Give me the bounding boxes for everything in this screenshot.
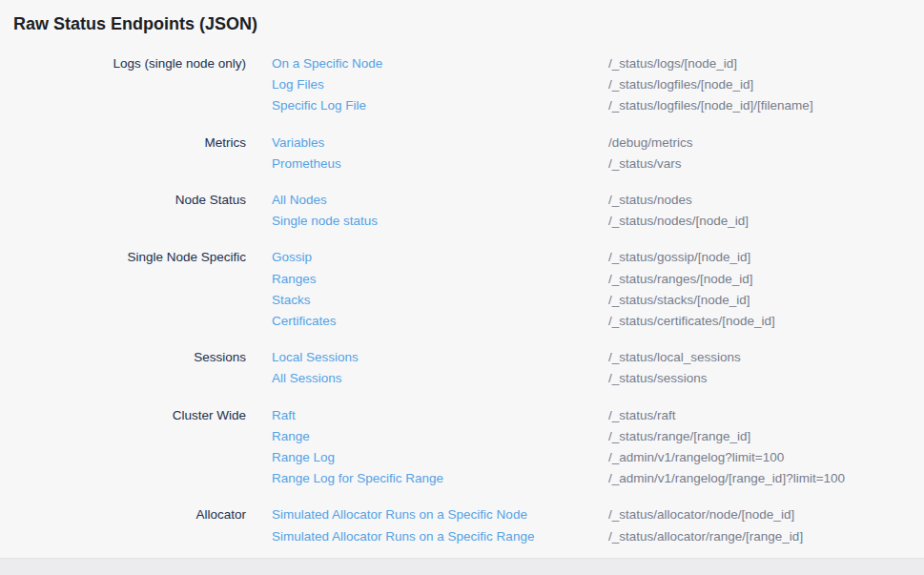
endpoint-link[interactable]: Log Files	[272, 74, 608, 95]
endpoint-path: /_status/logfiles/[node_id]/[filename]	[608, 95, 924, 116]
endpoint-section: Metrics Variables /debug/metrics Prometh…	[0, 133, 924, 175]
endpoint-path: /_status/stacks/[node_id]	[608, 290, 924, 311]
endpoint-rows: Local Sessions /_status/local_sessions A…	[272, 347, 924, 389]
endpoint-section: Allocator Simulated Allocator Runs on a …	[0, 504, 924, 546]
endpoint-rows: On a Specific Node /_status/logs/[node_i…	[272, 53, 924, 117]
endpoint-link[interactable]: Certificates	[272, 311, 608, 332]
endpoint-link[interactable]: Range Log	[272, 447, 608, 468]
endpoint-link[interactable]: Simulated Allocator Runs on a Specific R…	[272, 526, 608, 547]
endpoint-path: /_status/gossip/[node_id]	[608, 247, 924, 268]
endpoint-sections: Logs (single node only) On a Specific No…	[0, 53, 924, 547]
endpoint-row: Raft /_status/raft	[272, 405, 924, 426]
endpoint-path: /_status/allocator/range/[range_id]	[608, 526, 924, 547]
debug-endpoints-page: Raw Status Endpoints (JSON) Logs (single…	[0, 0, 924, 547]
endpoint-link[interactable]: Specific Log File	[272, 95, 608, 116]
endpoint-row: Certificates /_status/certificates/[node…	[272, 311, 924, 332]
endpoint-path: /_admin/v1/rangelog/[range_id]?limit=100	[608, 468, 924, 489]
endpoint-row: Simulated Allocator Runs on a Specific N…	[272, 504, 924, 525]
endpoint-row: Range /_status/range/[range_id]	[272, 426, 924, 447]
category-label: Single Node Specific	[0, 247, 272, 332]
endpoint-link[interactable]: Simulated Allocator Runs on a Specific N…	[272, 504, 608, 525]
endpoint-row: Prometheus /_status/vars	[272, 154, 924, 175]
endpoint-section: Sessions Local Sessions /_status/local_s…	[0, 347, 924, 389]
endpoint-rows: Raft /_status/raft Range /_status/range/…	[272, 405, 924, 490]
endpoint-link[interactable]: Single node status	[272, 211, 608, 232]
endpoint-link[interactable]: Ranges	[272, 269, 608, 290]
endpoint-link[interactable]: On a Specific Node	[272, 53, 608, 74]
endpoint-row: Simulated Allocator Runs on a Specific R…	[272, 526, 924, 547]
endpoint-link[interactable]: Gossip	[272, 247, 608, 268]
category-label: Metrics	[0, 133, 272, 175]
endpoint-section: Single Node Specific Gossip /_status/gos…	[0, 247, 924, 332]
endpoint-row: Gossip /_status/gossip/[node_id]	[272, 247, 924, 268]
endpoint-path: /_status/raft	[608, 405, 924, 426]
endpoint-path: /debug/metrics	[608, 133, 924, 154]
endpoint-rows: Variables /debug/metrics Prometheus /_st…	[272, 133, 924, 175]
category-label: Logs (single node only)	[0, 53, 272, 117]
category-label: Sessions	[0, 347, 272, 389]
endpoint-row: Stacks /_status/stacks/[node_id]	[272, 290, 924, 311]
endpoint-link[interactable]: Variables	[272, 133, 608, 154]
endpoint-link[interactable]: Range Log for Specific Range	[272, 468, 608, 489]
endpoint-link[interactable]: Stacks	[272, 290, 608, 311]
bottom-divider	[0, 558, 924, 575]
endpoint-link[interactable]: All Nodes	[272, 190, 608, 211]
endpoint-row: Log Files /_status/logfiles/[node_id]	[272, 74, 924, 95]
endpoint-row: All Sessions /_status/sessions	[272, 368, 924, 389]
endpoint-section: Cluster Wide Raft /_status/raft Range /_…	[0, 405, 924, 490]
endpoint-link[interactable]: Raft	[272, 405, 608, 426]
endpoint-path: /_status/logs/[node_id]	[608, 53, 924, 74]
endpoint-path: /_status/sessions	[608, 368, 924, 389]
endpoint-rows: All Nodes /_status/nodes Single node sta…	[272, 190, 924, 232]
category-label: Cluster Wide	[0, 405, 272, 490]
endpoint-path: /_status/logfiles/[node_id]	[608, 74, 924, 95]
endpoint-path: /_status/allocator/node/[node_id]	[608, 504, 924, 525]
endpoint-row: Single node status /_status/nodes/[node_…	[272, 211, 924, 232]
endpoint-path: /_status/nodes/[node_id]	[608, 211, 924, 232]
endpoint-rows: Gossip /_status/gossip/[node_id] Ranges …	[272, 247, 924, 332]
endpoint-path: /_admin/v1/rangelog?limit=100	[608, 447, 924, 468]
endpoint-row: On a Specific Node /_status/logs/[node_i…	[272, 53, 924, 74]
endpoint-row: Range Log for Specific Range /_admin/v1/…	[272, 468, 924, 489]
endpoint-section: Logs (single node only) On a Specific No…	[0, 53, 924, 117]
page-title: Raw Status Endpoints (JSON)	[0, 0, 924, 35]
endpoint-row: Local Sessions /_status/local_sessions	[272, 347, 924, 368]
endpoint-path: /_status/range/[range_id]	[608, 426, 924, 447]
category-label: Allocator	[0, 504, 272, 546]
endpoint-link[interactable]: All Sessions	[272, 368, 608, 389]
endpoint-row: Range Log /_admin/v1/rangelog?limit=100	[272, 447, 924, 468]
endpoint-path: /_status/vars	[608, 154, 924, 175]
endpoint-rows: Simulated Allocator Runs on a Specific N…	[272, 504, 924, 546]
endpoint-path: /_status/certificates/[node_id]	[608, 311, 924, 332]
endpoint-row: Ranges /_status/ranges/[node_id]	[272, 269, 924, 290]
endpoint-link[interactable]: Local Sessions	[272, 347, 608, 368]
endpoint-row: Variables /debug/metrics	[272, 133, 924, 154]
endpoint-path: /_status/ranges/[node_id]	[608, 269, 924, 290]
endpoint-section: Node Status All Nodes /_status/nodes Sin…	[0, 190, 924, 232]
endpoint-path: /_status/local_sessions	[608, 347, 924, 368]
endpoint-row: Specific Log File /_status/logfiles/[nod…	[272, 95, 924, 116]
endpoint-path: /_status/nodes	[608, 190, 924, 211]
category-label: Node Status	[0, 190, 272, 232]
endpoint-link[interactable]: Prometheus	[272, 154, 608, 175]
endpoint-link[interactable]: Range	[272, 426, 608, 447]
endpoint-row: All Nodes /_status/nodes	[272, 190, 924, 211]
